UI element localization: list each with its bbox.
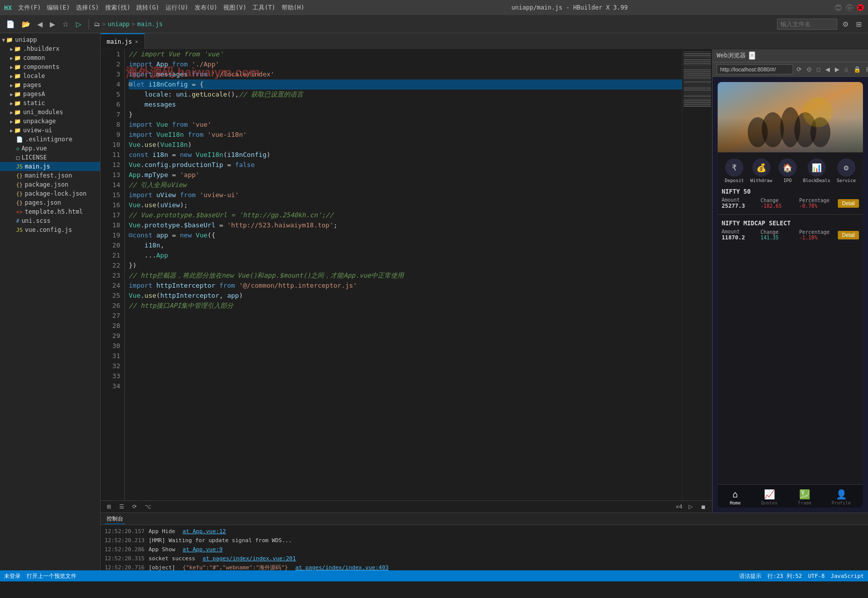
browser-url-input[interactable] bbox=[717, 64, 793, 74]
nav-icon-blockdeals[interactable]: 📊 BlockDeals bbox=[803, 158, 830, 183]
tab-label: main.js bbox=[107, 38, 132, 45]
sidebar-item-vueconfig[interactable]: JS vue.config.js bbox=[0, 225, 100, 234]
browser-back-button[interactable]: ◀ bbox=[824, 65, 831, 73]
menu-select[interactable]: 选择(S) bbox=[76, 4, 99, 12]
hero-background bbox=[718, 82, 863, 152]
editor-format-button[interactable]: ⌥ bbox=[143, 502, 153, 511]
percentage-label2: Percentage bbox=[799, 229, 836, 235]
menu-tools[interactable]: 工具(T) bbox=[252, 4, 276, 12]
nifty50-detail-button[interactable]: Detail bbox=[838, 199, 859, 208]
console-link[interactable]: at pages/index/index.vue:403 bbox=[295, 563, 388, 570]
midcap-detail-button[interactable]: Detail bbox=[838, 231, 859, 239]
sidebar-item-pagesa[interactable]: ▶ 📁 pagesA bbox=[0, 90, 100, 99]
sidebar-item-package[interactable]: {} package.json bbox=[0, 180, 100, 189]
editor-content[interactable]: 1234 5678 9101112 13141516 17181920 2122… bbox=[101, 49, 712, 500]
close-button[interactable]: ✕ bbox=[857, 4, 864, 11]
sidebar-item-eslintignore[interactable]: 📄 .eslintignore bbox=[0, 135, 100, 144]
bottom-nav-quotes[interactable]: 📈 Quotes bbox=[761, 489, 777, 505]
open-file-button[interactable]: 📂 bbox=[20, 19, 32, 29]
console-tab[interactable]: 控制台 bbox=[105, 514, 125, 524]
bottom-nav-trade[interactable]: 💹 Trade bbox=[798, 489, 811, 505]
browser-close-button[interactable]: ✕ bbox=[749, 51, 755, 60]
code-line: i18n, bbox=[129, 240, 682, 250]
sidebar-item-unpackage[interactable]: ▶ 📁 unpackage bbox=[0, 117, 100, 126]
menu-run[interactable]: 运行(U) bbox=[165, 4, 189, 12]
run-device-label: ✕4 bbox=[676, 503, 682, 510]
run-button[interactable]: ▷ bbox=[74, 19, 83, 29]
device-debug-button[interactable]: ⏹ bbox=[699, 503, 708, 511]
editor-outline-button[interactable]: ☰ bbox=[117, 502, 126, 511]
amount-label2: Amount bbox=[722, 229, 758, 234]
bottom-nav-profile[interactable]: 👤 Profile bbox=[832, 489, 851, 505]
timestamp: 12:52:20.157 bbox=[105, 527, 144, 536]
svg-rect-0 bbox=[718, 82, 863, 152]
breadcrumb-file[interactable]: main.js bbox=[137, 21, 163, 28]
nav-icon-withdraw[interactable]: 💰 Withdraw bbox=[750, 158, 772, 183]
open-file-link[interactable]: 打开上一个预览文件 bbox=[27, 572, 76, 580]
filter-button[interactable]: ⚙ bbox=[840, 19, 851, 29]
browser-devtools-button[interactable]: □ bbox=[815, 65, 822, 73]
browser-refresh-button[interactable]: ⟳ bbox=[795, 65, 803, 73]
sidebar-item-static[interactable]: ▶ 📁 static bbox=[0, 99, 100, 108]
browser-forward-button[interactable]: ▶ bbox=[833, 65, 841, 73]
sidebar-item-mainjs[interactable]: JS main.js bbox=[0, 162, 100, 171]
sidebar-item-pages[interactable]: ▶ 📁 pages bbox=[0, 80, 100, 90]
sidebar-item-common[interactable]: ▶ 📁 common bbox=[0, 53, 100, 62]
change-label2: Change bbox=[760, 229, 797, 235]
console-object[interactable]: {"kefu":"#","webname":"海外源码"} bbox=[183, 563, 291, 570]
menu-goto[interactable]: 跳转(G) bbox=[136, 4, 159, 12]
sidebar-item-appvue[interactable]: ◇ App.vue bbox=[0, 144, 100, 153]
nav-icon-ipo[interactable]: 🏠 IPO bbox=[778, 158, 797, 183]
blockdeals-icon-circle: 📊 bbox=[808, 158, 826, 177]
menu-edit[interactable]: 编辑(E) bbox=[47, 4, 70, 12]
back-button[interactable]: ◀ bbox=[35, 19, 45, 29]
file-icon: □ bbox=[16, 154, 20, 161]
menu-search[interactable]: 搜索(找) bbox=[105, 4, 130, 12]
sidebar-item-manifest[interactable]: {} manifest.json bbox=[0, 171, 100, 180]
browser-home-button[interactable]: ⌂ bbox=[843, 65, 849, 73]
sidebar-item-label: uni.scss bbox=[22, 217, 51, 224]
sidebar-item-uview-ui[interactable]: ▶ 📁 uview-ui bbox=[0, 126, 100, 135]
nav-icon-deposit[interactable]: ₹ Deposit bbox=[725, 158, 744, 183]
sidebar-item-templatehtml[interactable]: <> template.h5.html bbox=[0, 207, 100, 216]
sidebar-item-package-lock[interactable]: {} package-lock.json bbox=[0, 189, 100, 198]
maximize-button[interactable]: □ bbox=[846, 4, 853, 11]
browser-stop-button[interactable]: ⊙ bbox=[805, 65, 813, 73]
tab-close-button[interactable]: ✕ bbox=[135, 39, 138, 44]
console-link[interactable]: at App.vue:12 bbox=[183, 527, 226, 536]
editor-search-button[interactable]: ⟳ bbox=[130, 502, 139, 511]
syntax-hint: 语法提示 bbox=[739, 572, 761, 580]
menu-view[interactable]: 视图(V) bbox=[223, 4, 246, 12]
sidebar-root[interactable]: ▼ 📁 uniapp bbox=[0, 35, 100, 44]
forward-button[interactable]: ▶ bbox=[48, 19, 57, 29]
menu-publish[interactable]: 发布(U) bbox=[195, 4, 218, 12]
browser-full-button[interactable]: ⊞ bbox=[864, 65, 869, 73]
file-search-input[interactable] bbox=[777, 19, 837, 30]
device-run-button[interactable]: ▷ bbox=[686, 502, 695, 511]
browser-lock-button[interactable]: 🔒 bbox=[852, 65, 862, 73]
new-file-button[interactable]: 📄 bbox=[4, 19, 17, 29]
bottom-nav-home[interactable]: ⌂ Home bbox=[730, 489, 741, 505]
svg-point-4 bbox=[794, 112, 816, 147]
menu-file[interactable]: 文件(F) bbox=[18, 4, 41, 12]
sidebar-item-license[interactable]: □ LICENSE bbox=[0, 153, 100, 162]
expand-button[interactable]: ⊞ bbox=[854, 19, 864, 29]
menu-help[interactable]: 帮助(H) bbox=[282, 4, 305, 12]
console-link[interactable]: at pages/index/index.vue:201 bbox=[203, 554, 296, 563]
breadcrumb-project[interactable]: uniapp bbox=[108, 21, 129, 28]
editor-nav-button[interactable]: ⊞ bbox=[105, 502, 113, 511]
bookmark-button[interactable]: ☆ bbox=[60, 19, 71, 29]
sidebar-item-components[interactable]: ▶ 📁 components bbox=[0, 62, 100, 71]
sidebar-item-locale[interactable]: ▶ 📁 locale bbox=[0, 71, 100, 80]
sidebar-item-hbuilderx[interactable]: ▶ 📁 .hbuilderx bbox=[0, 44, 100, 53]
sidebar-item-pagesjson[interactable]: {} pages.json bbox=[0, 198, 100, 207]
nav-icon-service[interactable]: ⚙️ Service bbox=[837, 158, 856, 183]
breadcrumb-root[interactable]: 🗂 bbox=[94, 21, 100, 28]
browser-toolbar: ⟳ ⊙ □ ◀ ▶ ⌂ 🔒 ⊞ iPhone 6/7/8 iPhone 12 P… bbox=[713, 62, 868, 77]
code-content[interactable]: // import Vue from 'vue' import App from… bbox=[125, 49, 682, 500]
sidebar-item-uniscss[interactable]: # uni.scss bbox=[0, 216, 100, 225]
console-link[interactable]: at App.vue:9 bbox=[183, 545, 222, 554]
tab-mainjs[interactable]: main.js ✕ bbox=[101, 33, 145, 49]
minimize-button[interactable]: ─ bbox=[835, 4, 842, 11]
sidebar-item-uni-modules[interactable]: ▶ 📁 uni_modules bbox=[0, 108, 100, 117]
